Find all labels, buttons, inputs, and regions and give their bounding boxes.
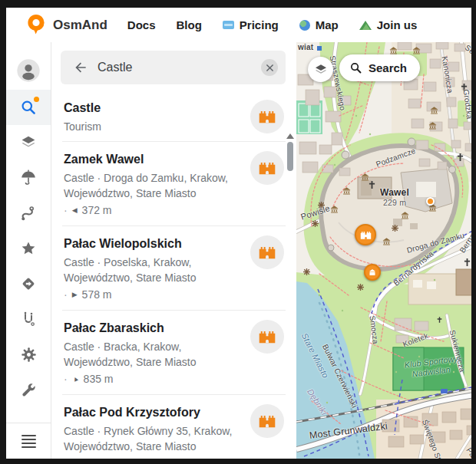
result-item-palac-pod-krzysztofory[interactable]: Pałac Pod Krzysztofory Castle · Rynek Gł… — [51, 395, 296, 459]
brand-name[interactable]: OsmAnd — [53, 18, 107, 33]
result-title: Zamek Wawel — [64, 151, 240, 168]
tram-stop-icon — [317, 46, 322, 51]
osmand-logo-icon[interactable] — [26, 14, 46, 36]
sidebar-rail — [6, 42, 51, 459]
nav-link-docs[interactable]: Docs — [127, 18, 156, 31]
sidebar-item-plan-route[interactable] — [6, 301, 51, 337]
sidebar-item-favorites[interactable] — [6, 231, 51, 266]
favorites-star-icon — [19, 239, 38, 258]
sidebar-item-search[interactable] — [6, 90, 51, 125]
globe-icon — [299, 20, 310, 31]
layers-icon — [313, 62, 329, 77]
castle-poi-icon — [250, 100, 284, 133]
result-item-palac-wielopolskich[interactable]: Pałac Wielopolskich Castle · Poselska, K… — [51, 226, 296, 310]
results-scrollbar[interactable] — [286, 133, 295, 171]
result-title: Pałac Pod Krzysztofory — [64, 404, 240, 421]
back-arrow-icon[interactable] — [68, 55, 93, 80]
weather-umbrella-icon — [19, 169, 38, 187]
result-item-zamek-wawel[interactable]: Zamek Wawel Castle · Droga do Zamku, Kra… — [51, 142, 296, 225]
plan-route-icon — [19, 310, 38, 328]
osmand-web-app: OsmAnd Docs Blog Pricing Map Join us — [6, 8, 471, 459]
sidebar-item-layers[interactable] — [6, 125, 51, 160]
castle-result-marker[interactable] — [355, 224, 376, 245]
map-search-label: Search — [369, 61, 407, 74]
result-subtitle: Castle · Rynek Główny 35, Krakow, Wojewó… — [64, 423, 240, 454]
result-title: Castle — [64, 100, 240, 117]
nav-link-pricing[interactable]: Pricing — [223, 18, 279, 31]
sidebar-item-tools[interactable] — [6, 372, 51, 407]
result-subtitle: Tourism — [64, 119, 240, 134]
mountain-icon — [359, 21, 372, 30]
route-icon — [19, 204, 38, 222]
search-bar — [61, 51, 286, 84]
sidebar-item-account[interactable] — [6, 51, 51, 90]
result-subtitle: Castle · Bracka, Krakow, Województwo, St… — [64, 339, 240, 370]
nav-link-join-us[interactable]: Join us — [359, 18, 418, 31]
sidebar-item-menu[interactable] — [6, 423, 51, 459]
result-distance: · ◀ 372 m — [64, 202, 240, 219]
navigation-icon — [19, 275, 38, 293]
sidebar-item-settings[interactable] — [6, 337, 51, 372]
scroll-up-icon — [286, 133, 294, 139]
place-label-wawel: Wawel — [372, 187, 418, 198]
menu-hamburger-icon — [21, 435, 36, 448]
elevation-label: 229 m — [372, 198, 418, 207]
pricing-card-icon — [223, 21, 234, 29]
nav-link-map[interactable]: Map — [299, 18, 339, 31]
castle-poi-icon — [250, 235, 284, 269]
result-distance: · ▲ 1.0 km — [64, 456, 240, 459]
nav-link-blog[interactable]: Blog — [177, 18, 202, 31]
notification-dot — [34, 97, 39, 102]
search-icon — [349, 61, 362, 74]
layers-icon — [19, 133, 38, 152]
map-canvas — [296, 42, 471, 459]
map-view[interactable]: wiat Sena Straszewskiego Kanonicza Grodz… — [296, 42, 471, 459]
castle-poi-icon — [250, 404, 284, 438]
direction-arrow-icon: ▲ — [69, 370, 82, 388]
poi-dot-marker[interactable] — [426, 197, 435, 206]
sidebar-item-navigation[interactable] — [6, 266, 51, 301]
result-item-palac-zbaraskich[interactable]: Pałac Zbaraskich Castle · Bracka, Krakow… — [51, 311, 296, 394]
sidebar-item-tracks[interactable] — [6, 196, 51, 231]
results-list: Castle Tourism Zamek Wawel Castle · Drog… — [51, 89, 296, 459]
search-panel: Castle Tourism Zamek Wawel Castle · Drog… — [51, 42, 296, 459]
result-title: Pałac Zbaraskich — [64, 320, 240, 337]
tools-wrench-icon — [20, 381, 38, 399]
direction-arrow-icon: ▲ — [69, 455, 82, 459]
castle-poi-icon — [250, 151, 284, 185]
direction-arrow-icon: ◀ — [72, 202, 78, 219]
settings-gear-icon — [20, 346, 38, 364]
result-distance: · ▲ 835 m — [64, 371, 240, 387]
railway-station-icon — [441, 389, 448, 393]
result-item-castle[interactable]: Castle Tourism — [51, 90, 296, 141]
street-label: wiat — [298, 43, 313, 51]
result-title: Pałac Wielopolskich — [64, 235, 240, 252]
search-input[interactable] — [96, 60, 258, 75]
result-subtitle: Castle · Droga do Zamku, Krakow, Wojewód… — [64, 170, 240, 201]
clear-search-icon[interactable] — [261, 59, 278, 76]
account-avatar-icon — [16, 58, 41, 83]
map-search-button[interactable]: Search — [339, 54, 420, 81]
castle-poi-icon — [250, 320, 284, 354]
result-distance: · ▶ 578 m — [64, 287, 240, 303]
map-layers-button[interactable] — [308, 57, 333, 82]
museum-marker[interactable] — [364, 264, 381, 281]
scroll-thumb — [287, 142, 293, 171]
result-subtitle: Castle · Poselska, Krakow, Województwo, … — [64, 255, 240, 285]
top-navbar: OsmAnd Docs Blog Pricing Map Join us — [6, 8, 471, 42]
main-content: Castle Tourism Zamek Wawel Castle · Drog… — [6, 42, 471, 459]
direction-arrow-icon: ▶ — [72, 287, 78, 303]
sidebar-item-weather[interactable] — [6, 160, 51, 196]
